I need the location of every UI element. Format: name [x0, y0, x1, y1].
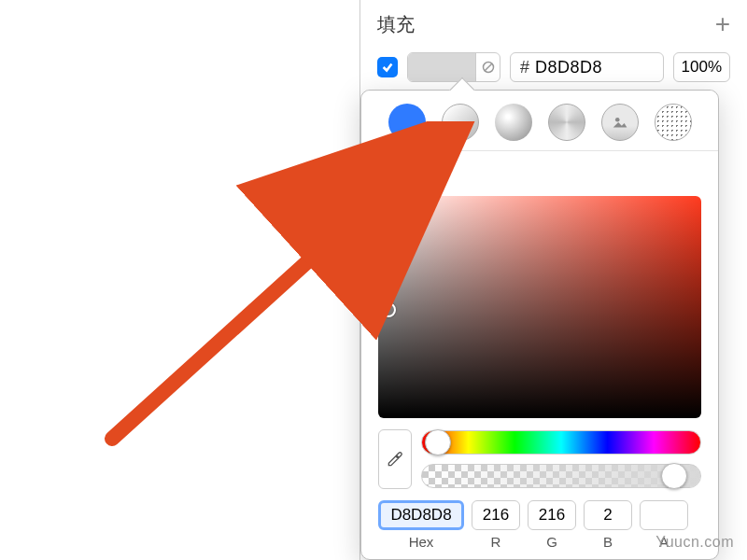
checkmark-icon [381, 61, 394, 74]
add-fill-button[interactable]: + [715, 11, 730, 37]
watermark: Yuucn.com [655, 534, 734, 551]
fill-type-noise[interactable] [655, 104, 692, 141]
hex-label: Hex [378, 534, 464, 550]
slider-column [421, 430, 701, 488]
slider-row [378, 429, 701, 489]
opacity-field[interactable]: 100% [673, 52, 730, 82]
eyedropper-button[interactable] [378, 429, 412, 489]
fill-type-solid[interactable] [388, 104, 426, 141]
sv-cursor[interactable] [381, 302, 396, 317]
g-label: G [528, 534, 576, 550]
fill-type-image[interactable] [601, 104, 639, 141]
fill-type-radial-gradient[interactable] [495, 104, 532, 141]
b-value-field[interactable]: 2 [584, 500, 632, 530]
image-icon [610, 112, 630, 133]
svg-line-1 [485, 63, 492, 71]
hue-slider[interactable] [421, 430, 701, 455]
swatch-options-button[interactable] [475, 53, 500, 81]
picker-body: ▼ 色器 D8D8D8 216 216 2 [361, 151, 718, 559]
a-value-field[interactable] [640, 500, 688, 530]
fill-section-header: 填充 + [360, 0, 747, 49]
alpha-slider[interactable] [421, 464, 701, 488]
svg-point-2 [614, 118, 619, 122]
g-value-field[interactable]: 216 [528, 500, 576, 530]
fill-type-linear-gradient[interactable] [442, 104, 479, 141]
fill-type-row [361, 91, 718, 151]
value-labels: Hex R G B A [378, 534, 701, 550]
alpha-overlay [422, 465, 700, 487]
fill-type-angular-gradient[interactable] [548, 104, 585, 141]
fill-enabled-checkbox[interactable] [377, 57, 398, 77]
color-swatch[interactable] [408, 53, 475, 81]
r-label: R [472, 534, 520, 550]
saturation-value-box[interactable] [378, 196, 701, 418]
hex-value-field[interactable]: D8D8D8 [378, 500, 464, 530]
picker-heading: 色器 [395, 164, 429, 187]
opacity-value: 100% [682, 58, 722, 77]
color-picker-popover: ▼ 色器 D8D8D8 216 216 2 [360, 90, 719, 560]
hue-thumb[interactable] [425, 429, 451, 455]
fill-row: # 100% [360, 49, 747, 95]
hash-label: # [520, 58, 529, 77]
b-label: B [584, 534, 632, 550]
hex-field-wrapper[interactable]: # [510, 52, 664, 82]
r-value-field[interactable]: 216 [472, 500, 520, 530]
disclosure-triangle-icon: ▼ [378, 169, 389, 182]
value-row: D8D8D8 216 216 2 [378, 500, 701, 530]
hex-input[interactable] [535, 58, 654, 77]
color-swatch-group [407, 52, 500, 82]
no-icon [482, 61, 495, 74]
fill-section-title: 填充 [377, 12, 415, 37]
eyedropper-icon [386, 450, 404, 469]
picker-heading-row[interactable]: ▼ 色器 [378, 164, 701, 187]
